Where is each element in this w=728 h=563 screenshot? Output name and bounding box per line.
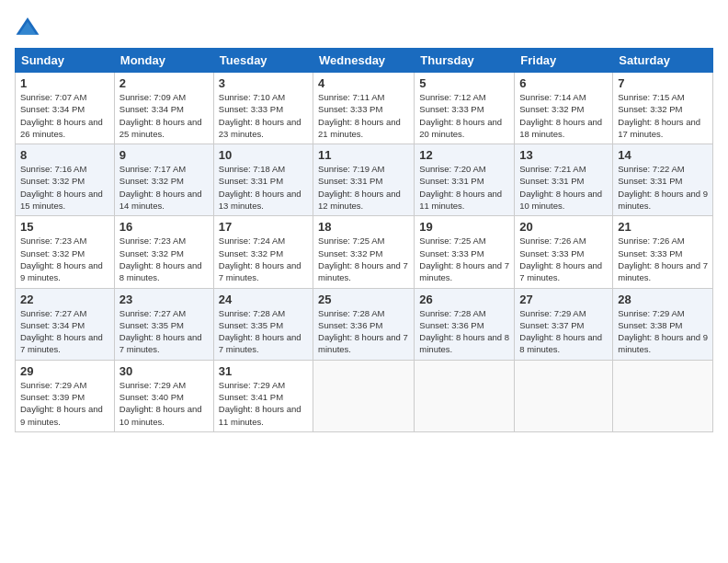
day-info: Sunrise: 7:29 AM Sunset: 3:41 PM Dayligh…	[219, 379, 308, 428]
day-number: 4	[318, 76, 409, 90]
day-info: Sunrise: 7:18 AM Sunset: 3:31 PM Dayligh…	[219, 163, 308, 212]
calendar-cell: 13 Sunrise: 7:21 AM Sunset: 3:31 PM Dayl…	[515, 144, 613, 216]
calendar-cell: 9 Sunrise: 7:17 AM Sunset: 3:32 PM Dayli…	[114, 144, 213, 216]
weekday-header: Tuesday	[213, 49, 313, 73]
calendar-cell: 10 Sunrise: 7:18 AM Sunset: 3:31 PM Dayl…	[213, 144, 313, 216]
day-number: 19	[419, 220, 509, 234]
calendar-cell	[613, 360, 713, 431]
day-number: 31	[219, 364, 308, 378]
day-number: 25	[318, 293, 409, 306]
day-info: Sunrise: 7:10 AM Sunset: 3:33 PM Dayligh…	[219, 91, 308, 140]
calendar-cell: 21 Sunrise: 7:26 AM Sunset: 3:33 PM Dayl…	[613, 216, 713, 288]
day-info: Sunrise: 7:24 AM Sunset: 3:32 PM Dayligh…	[219, 235, 308, 283]
day-number: 5	[419, 76, 509, 90]
calendar-cell: 15 Sunrise: 7:23 AM Sunset: 3:32 PM Dayl…	[16, 216, 115, 288]
day-number: 12	[419, 148, 509, 162]
day-info: Sunrise: 7:11 AM Sunset: 3:33 PM Dayligh…	[318, 91, 409, 140]
day-info: Sunrise: 7:23 AM Sunset: 3:32 PM Dayligh…	[20, 235, 109, 283]
day-number: 13	[519, 148, 608, 162]
day-info: Sunrise: 7:28 AM Sunset: 3:36 PM Dayligh…	[318, 307, 409, 356]
day-number: 30	[119, 364, 209, 378]
calendar-cell: 30 Sunrise: 7:29 AM Sunset: 3:40 PM Dayl…	[114, 360, 213, 431]
calendar-cell: 23 Sunrise: 7:27 AM Sunset: 3:35 PM Dayl…	[114, 288, 213, 360]
day-number: 21	[618, 220, 708, 234]
day-number: 15	[20, 220, 109, 234]
logo-icon	[15, 15, 40, 40]
day-number: 6	[519, 76, 608, 90]
day-number: 8	[20, 148, 109, 162]
calendar-cell: 5 Sunrise: 7:12 AM Sunset: 3:33 PM Dayli…	[415, 73, 515, 144]
logo	[15, 15, 44, 40]
calendar-cell: 25 Sunrise: 7:28 AM Sunset: 3:36 PM Dayl…	[313, 288, 415, 360]
day-number: 20	[519, 220, 608, 234]
page-header	[15, 15, 713, 40]
calendar-cell: 1 Sunrise: 7:07 AM Sunset: 3:34 PM Dayli…	[16, 73, 115, 144]
weekday-header: Saturday	[613, 49, 713, 73]
calendar-cell: 26 Sunrise: 7:28 AM Sunset: 3:36 PM Dayl…	[415, 288, 515, 360]
calendar-cell: 3 Sunrise: 7:10 AM Sunset: 3:33 PM Dayli…	[213, 73, 313, 144]
day-number: 3	[219, 76, 308, 90]
weekday-header: Wednesday	[313, 49, 415, 73]
calendar-cell: 29 Sunrise: 7:29 AM Sunset: 3:39 PM Dayl…	[16, 360, 115, 431]
calendar-week-row: 22 Sunrise: 7:27 AM Sunset: 3:34 PM Dayl…	[16, 288, 713, 360]
day-number: 17	[219, 220, 308, 234]
calendar-cell	[415, 360, 515, 431]
day-info: Sunrise: 7:23 AM Sunset: 3:32 PM Dayligh…	[119, 235, 209, 283]
calendar-cell: 2 Sunrise: 7:09 AM Sunset: 3:34 PM Dayli…	[114, 73, 213, 144]
calendar-cell: 18 Sunrise: 7:25 AM Sunset: 3:32 PM Dayl…	[313, 216, 415, 288]
day-number: 28	[618, 293, 708, 306]
day-info: Sunrise: 7:22 AM Sunset: 3:31 PM Dayligh…	[618, 163, 708, 212]
day-number: 29	[20, 364, 109, 378]
day-info: Sunrise: 7:20 AM Sunset: 3:31 PM Dayligh…	[419, 163, 509, 212]
day-info: Sunrise: 7:15 AM Sunset: 3:32 PM Dayligh…	[618, 91, 708, 140]
day-number: 2	[119, 76, 209, 90]
weekday-header: Friday	[515, 49, 613, 73]
day-info: Sunrise: 7:29 AM Sunset: 3:38 PM Dayligh…	[618, 307, 708, 356]
day-number: 1	[20, 76, 109, 90]
day-info: Sunrise: 7:17 AM Sunset: 3:32 PM Dayligh…	[119, 163, 209, 212]
day-number: 7	[618, 76, 708, 90]
calendar-cell: 27 Sunrise: 7:29 AM Sunset: 3:37 PM Dayl…	[515, 288, 613, 360]
calendar-cell	[313, 360, 415, 431]
calendar-cell: 14 Sunrise: 7:22 AM Sunset: 3:31 PM Dayl…	[613, 144, 713, 216]
day-number: 24	[219, 293, 308, 306]
calendar-cell: 16 Sunrise: 7:23 AM Sunset: 3:32 PM Dayl…	[114, 216, 213, 288]
day-info: Sunrise: 7:16 AM Sunset: 3:32 PM Dayligh…	[20, 163, 109, 212]
day-info: Sunrise: 7:29 AM Sunset: 3:39 PM Dayligh…	[20, 379, 109, 428]
day-info: Sunrise: 7:25 AM Sunset: 3:32 PM Dayligh…	[318, 235, 409, 283]
weekday-header: Sunday	[16, 49, 115, 73]
day-number: 11	[318, 148, 409, 162]
day-info: Sunrise: 7:28 AM Sunset: 3:36 PM Dayligh…	[419, 307, 509, 356]
calendar-week-row: 1 Sunrise: 7:07 AM Sunset: 3:34 PM Dayli…	[16, 73, 713, 144]
day-info: Sunrise: 7:28 AM Sunset: 3:35 PM Dayligh…	[219, 307, 308, 356]
day-info: Sunrise: 7:25 AM Sunset: 3:33 PM Dayligh…	[419, 235, 509, 283]
calendar-cell: 20 Sunrise: 7:26 AM Sunset: 3:33 PM Dayl…	[515, 216, 613, 288]
calendar-header-row: SundayMondayTuesdayWednesdayThursdayFrid…	[16, 49, 713, 73]
day-number: 26	[419, 293, 509, 306]
day-number: 14	[618, 148, 708, 162]
calendar-cell	[515, 360, 613, 431]
calendar-week-row: 8 Sunrise: 7:16 AM Sunset: 3:32 PM Dayli…	[16, 144, 713, 216]
day-info: Sunrise: 7:27 AM Sunset: 3:34 PM Dayligh…	[20, 307, 109, 356]
day-number: 10	[219, 148, 308, 162]
calendar-cell: 11 Sunrise: 7:19 AM Sunset: 3:31 PM Dayl…	[313, 144, 415, 216]
day-info: Sunrise: 7:26 AM Sunset: 3:33 PM Dayligh…	[618, 235, 708, 283]
weekday-header: Thursday	[415, 49, 515, 73]
day-info: Sunrise: 7:29 AM Sunset: 3:37 PM Dayligh…	[519, 307, 608, 356]
calendar-table: SundayMondayTuesdayWednesdayThursdayFrid…	[15, 48, 713, 432]
calendar-cell: 8 Sunrise: 7:16 AM Sunset: 3:32 PM Dayli…	[16, 144, 115, 216]
calendar-cell: 6 Sunrise: 7:14 AM Sunset: 3:32 PM Dayli…	[515, 73, 613, 144]
weekday-header: Monday	[114, 49, 213, 73]
calendar-cell: 19 Sunrise: 7:25 AM Sunset: 3:33 PM Dayl…	[415, 216, 515, 288]
day-info: Sunrise: 7:14 AM Sunset: 3:32 PM Dayligh…	[519, 91, 608, 140]
day-info: Sunrise: 7:07 AM Sunset: 3:34 PM Dayligh…	[20, 91, 109, 140]
calendar-cell: 12 Sunrise: 7:20 AM Sunset: 3:31 PM Dayl…	[415, 144, 515, 216]
calendar-cell: 7 Sunrise: 7:15 AM Sunset: 3:32 PM Dayli…	[613, 73, 713, 144]
day-info: Sunrise: 7:12 AM Sunset: 3:33 PM Dayligh…	[419, 91, 509, 140]
calendar-cell: 17 Sunrise: 7:24 AM Sunset: 3:32 PM Dayl…	[213, 216, 313, 288]
day-info: Sunrise: 7:29 AM Sunset: 3:40 PM Dayligh…	[119, 379, 209, 428]
day-number: 22	[20, 293, 109, 306]
day-number: 9	[119, 148, 209, 162]
calendar-body: 1 Sunrise: 7:07 AM Sunset: 3:34 PM Dayli…	[16, 73, 713, 432]
calendar-cell: 22 Sunrise: 7:27 AM Sunset: 3:34 PM Dayl…	[16, 288, 115, 360]
